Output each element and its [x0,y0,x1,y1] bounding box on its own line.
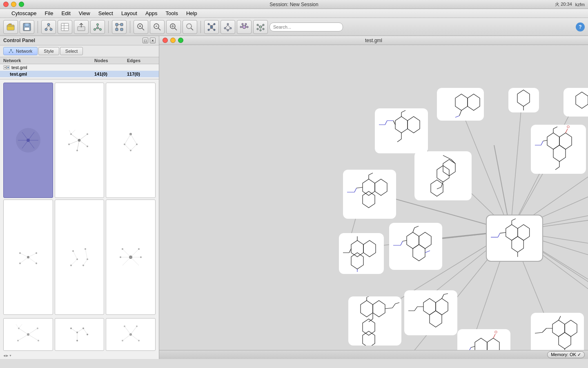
menu-view[interactable]: View [76,9,94,17]
mol-node-12[interactable] [389,223,442,270]
svg-marker-315 [363,331,375,346]
network-parent-label: test.gml [11,65,27,70]
mol-node-20[interactable] [531,313,584,350]
menu-help[interactable]: Help [183,9,200,17]
mol-node-2[interactable] [508,88,539,112]
thumbnail-3[interactable] [106,83,156,198]
svg-marker-344 [475,338,487,350]
svg-marker-195 [455,94,468,110]
tab-style[interactable]: Style [38,47,59,55]
new-network-button[interactable] [90,20,105,34]
svg-rect-3 [24,27,29,30]
network-view-btn1[interactable] [204,20,219,34]
zoom-out-button[interactable] [150,20,165,34]
svg-line-53 [225,25,228,28]
search-input[interactable] [270,22,343,31]
menu-cytoscape[interactable]: Cytoscape [8,9,40,17]
canvas-max-button[interactable] [178,38,183,43]
mol-node-15[interactable] [348,296,401,346]
svg-point-41 [208,23,209,25]
svg-rect-24 [120,28,123,31]
mol-node-center[interactable] [486,215,543,262]
control-panel-title: Control Panel [3,38,35,43]
save-button[interactable] [20,20,34,34]
thumbnail-4[interactable] [3,200,53,315]
mol-node-19[interactable]: O [457,329,510,350]
canvas-close-button[interactable] [163,38,168,43]
svg-line-277 [349,249,351,253]
svg-point-69 [257,28,258,30]
menu-layout[interactable]: Layout [118,9,140,17]
mol-node-11[interactable] [339,233,384,274]
menu-edit[interactable]: Edit [58,9,74,17]
svg-marker-354 [552,320,565,337]
window-controls[interactable] [3,2,24,7]
mol-node-6[interactable]: O [531,125,586,174]
svg-line-8 [49,26,51,28]
svg-point-167 [124,325,125,327]
layout-button[interactable] [112,20,127,34]
thumbnail-6[interactable] [106,200,156,315]
menu-select[interactable]: Select [95,9,116,17]
svg-point-43 [208,29,209,31]
minimize-button[interactable] [11,2,16,7]
svg-line-137 [131,257,139,265]
svg-rect-22 [120,23,123,26]
svg-line-143 [19,328,28,334]
thumbnail-9[interactable] [106,318,156,351]
network-view-btn2[interactable] [220,20,235,34]
memory-button[interactable]: Memory: OK ✓ [547,351,585,358]
open-button[interactable] [3,20,18,34]
svg-line-30 [142,28,145,30]
network-view-btn4[interactable] [253,20,268,34]
toolbar: ? [0,18,588,36]
thumbnail-2[interactable] [55,83,105,198]
tab-network[interactable]: Network [3,47,38,55]
svg-line-232 [555,167,559,170]
menu-bar: Cytoscape File Edit View Select Layout A… [0,9,588,18]
svg-line-73 [262,25,263,26]
svg-point-58 [240,26,242,28]
zoom-in-button[interactable] [134,20,148,34]
network-canvas[interactable]: O [159,45,588,350]
mol-node-3[interactable] [564,88,588,117]
control-panel-tabs: Network Style Select [0,45,159,57]
fit-button[interactable] [166,20,181,34]
svg-marker-323 [436,298,448,315]
thumbnail-1[interactable] [3,83,53,198]
canvas-window-controls[interactable] [163,38,183,43]
export-button[interactable] [74,20,89,34]
svg-line-95 [79,140,87,146]
network-item-parent[interactable]: test.gml [0,64,159,71]
menu-apps[interactable]: Apps [142,9,161,17]
maximize-button[interactable] [19,2,24,7]
canvas-min-button[interactable] [170,38,176,43]
tab-select[interactable]: Select [60,47,83,55]
svg-marker-220 [431,180,443,196]
thumbnail-5[interactable] [55,200,105,315]
import-network-button[interactable] [41,20,56,34]
mol-node-5[interactable] [414,151,472,200]
menu-file[interactable]: File [41,9,56,17]
mol-node-4[interactable] [375,108,428,153]
svg-line-93 [79,134,87,140]
mol-node-1[interactable] [437,88,484,121]
control-panel-controls[interactable]: □ × [143,38,156,43]
cp-close-button[interactable]: × [150,38,156,43]
svg-line-110 [125,144,131,150]
mol-node-16[interactable] [404,290,457,335]
network-view-btn3[interactable] [237,20,252,34]
close-button[interactable] [3,2,9,7]
mol-node-8[interactable] [343,170,396,219]
help-button[interactable]: ? [576,22,585,31]
svg-line-108 [125,134,131,144]
zoom-selection-button[interactable] [183,20,197,34]
network-item-child[interactable]: test.gml 141(0) 117(0) [0,71,159,77]
import-table-button[interactable] [58,20,72,34]
svg-line-145 [18,334,28,341]
cp-resize-button[interactable]: □ [143,38,148,43]
svg-line-35 [175,28,177,30]
thumbnail-7[interactable] [3,318,53,351]
thumbnail-8[interactable] [55,318,105,351]
menu-tools[interactable]: Tools [163,9,181,17]
